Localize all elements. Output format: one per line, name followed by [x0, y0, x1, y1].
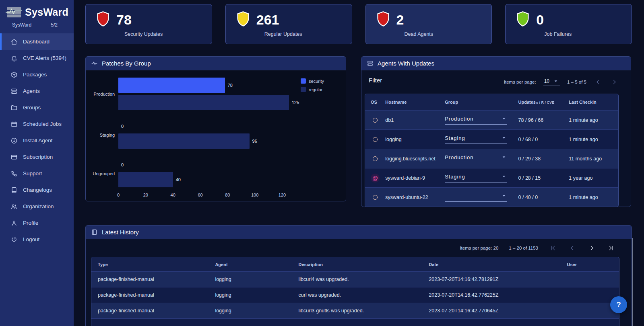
sidebar-item-organization[interactable]: Organization: [0, 198, 74, 215]
sidebar-item-label: Packages: [23, 72, 47, 78]
chevron-down-icon: [501, 115, 507, 122]
stat-label: Regular Updates: [264, 31, 352, 37]
history-type: package-finished-manual: [98, 277, 215, 282]
org-row: SysWard 5/2: [0, 20, 74, 28]
agent-updates: 0 / 68 / 0: [518, 137, 569, 142]
stat-value: 0: [536, 13, 544, 27]
next-page-button[interactable]: [610, 78, 619, 86]
sidebar-item-install-agent[interactable]: Install Agent: [0, 132, 74, 149]
col-description: Description: [299, 262, 429, 267]
agent-hostname: logging.bluescripts.net: [385, 156, 445, 162]
scrollbar[interactable]: [632, 238, 633, 326]
x-tick: 0: [117, 193, 120, 197]
group-select-sysward-ubuntu-22[interactable]: [445, 193, 507, 202]
filter-input[interactable]: Filter: [369, 77, 428, 87]
chevron-down-icon: [501, 154, 507, 160]
col-last-checkin: Last Checkin: [569, 100, 618, 105]
book-icon: [91, 229, 98, 236]
package-icon: [10, 71, 18, 78]
group-select-sysward-debian-9[interactable]: Staging: [445, 173, 507, 182]
sidebar-item-label: Agents: [23, 88, 40, 94]
bell-icon: [10, 55, 18, 62]
chart-legend: securityregular: [301, 78, 324, 92]
ubuntu-logo-icon: [371, 193, 380, 202]
bar-value-label: 0: [121, 124, 124, 129]
agent-last-checkin: 1 minute ago: [569, 117, 618, 123]
chevron-down-icon: [553, 78, 559, 84]
patches-chart: Production78125Staging096Ungrouped040 02…: [86, 70, 346, 201]
sidebar-item-label: Support: [23, 170, 42, 176]
next-page-button[interactable]: [587, 244, 596, 252]
agent-last-checkin: 1 minute ago: [569, 195, 618, 200]
server-icon: [10, 88, 18, 95]
agent-row-logging: loggingStaging0 / 68 / 01 minute ago: [365, 129, 618, 149]
group-value: Staging: [445, 174, 465, 180]
agents-table: OS Hostname Group Updatess / R / CVE Las…: [365, 94, 619, 207]
agent-updates: 78 / 96 / 66: [518, 117, 569, 123]
chart-x-axis: 020406080100120: [118, 193, 282, 198]
group-value: Production: [445, 116, 473, 122]
history-agent: logging: [215, 308, 298, 314]
bar-security-production: [118, 78, 225, 93]
doc-icon: [10, 187, 18, 194]
sidebar-item-subscription[interactable]: Subscription: [0, 149, 74, 165]
bar-value-label: 40: [176, 177, 181, 182]
stat-value: 261: [256, 13, 279, 27]
sidebar-item-label: Scheduled Jobs: [23, 121, 62, 127]
users-icon: [10, 203, 18, 210]
group-select-logging[interactable]: Staging: [445, 135, 507, 144]
items-per-page-select[interactable]: 10: [543, 78, 560, 86]
chevron-down-icon: [501, 135, 507, 141]
agent-hostname: db1: [385, 117, 445, 123]
history-date: 2023-07-20T14:16:42.770645Z: [429, 308, 567, 314]
calendar-icon: [10, 121, 18, 128]
sidebar-item-dashboard[interactable]: Dashboard: [0, 33, 74, 50]
col-agent: Agent: [215, 262, 298, 267]
legend-item-security: security: [301, 78, 324, 84]
sidebar-item-cve-alerts-5394[interactable]: CVE Alerts (5394): [0, 50, 74, 66]
first-page-button[interactable]: [549, 244, 557, 252]
agents-pagination: Items per page: 10 1 – 5 of 5: [504, 78, 619, 86]
power-icon: [10, 236, 18, 243]
prev-page-button[interactable]: [568, 244, 577, 252]
panel-header: Agents With Updates: [361, 57, 631, 70]
bar-value-label: 78: [228, 83, 233, 88]
sidebar-item-profile[interactable]: Profile: [0, 215, 74, 231]
agent-row-sysward-debian-9: @sysward-debian-9Staging0 / 28 / 151 yea…: [365, 168, 618, 187]
col-group: Group: [445, 100, 518, 105]
agents-table-body: db1Production78 / 96 / 661 minute agolog…: [365, 110, 618, 207]
panel-title: Latest History: [102, 229, 139, 236]
history-description: libcurl4 was upgraded.: [299, 277, 429, 282]
sysward-logo-icon: [6, 6, 22, 18]
items-per-page-label: Items per page:: [504, 80, 536, 84]
sidebar-item-support[interactable]: Support: [0, 165, 74, 182]
agents-toolbar: Filter Items per page: 10 1 – 5 of 5: [361, 70, 631, 94]
sidebar-item-scheduled-jobs[interactable]: Scheduled Jobs: [0, 116, 74, 132]
sidebar-item-label: Install Agent: [23, 137, 53, 144]
agent-last-checkin: 11 months ago: [569, 156, 618, 162]
agent-updates: 0 / 28 / 15: [518, 175, 569, 181]
sidebar-item-logout[interactable]: Logout: [0, 231, 74, 248]
last-page-button[interactable]: [607, 244, 615, 252]
stat-card-regular-updates: 261Regular Updates: [225, 4, 352, 44]
prev-page-button[interactable]: [594, 78, 603, 86]
history-type: package-finished-manual: [98, 292, 215, 298]
sidebar-item-label: Groups: [23, 105, 41, 111]
help-button[interactable]: ?: [610, 296, 627, 313]
ubuntu-logo-icon: [371, 135, 380, 144]
legend-swatch: [301, 78, 306, 84]
sidebar-item-label: CVE Alerts (5394): [23, 55, 66, 61]
sidebar-item-changelogs[interactable]: Changelogs: [0, 182, 74, 198]
group-value: Staging: [445, 135, 465, 141]
col-type: Type: [98, 262, 215, 267]
sidebar-item-agents[interactable]: Agents: [0, 83, 74, 99]
sidebar-item-groups[interactable]: Groups: [0, 99, 74, 116]
history-row: package-finished-manualloggingcurl was u…: [91, 287, 619, 303]
sidebar-item-packages[interactable]: Packages: [0, 66, 74, 83]
panel-header: Latest History: [86, 226, 632, 239]
history-date: 2023-07-20T14:16:42.781291Z: [429, 277, 567, 282]
group-select-logging-bluescripts-net[interactable]: Production: [445, 154, 507, 163]
group-select-db1[interactable]: Production: [445, 115, 507, 125]
stat-label: Dead Agents: [405, 31, 492, 37]
x-tick: 20: [143, 193, 148, 197]
